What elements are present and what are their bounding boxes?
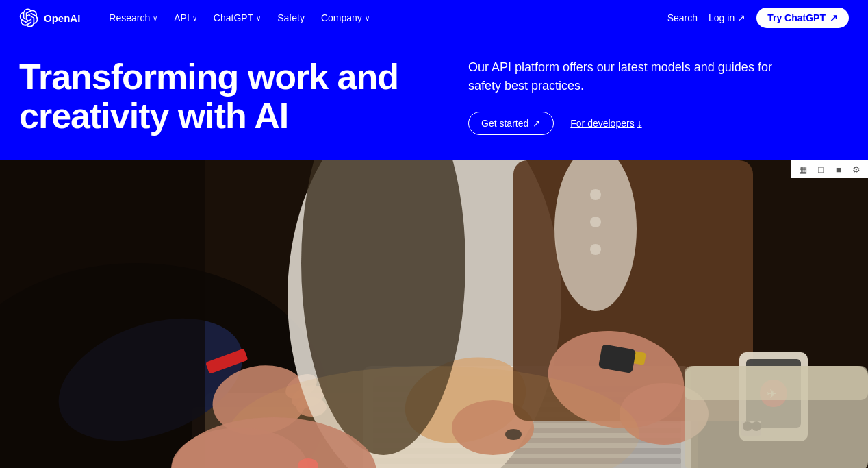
nav-chatgpt[interactable]: ChatGPT ∨ bbox=[207, 8, 268, 27]
hero-title: Transforming work and creativity with AI bbox=[19, 58, 427, 136]
nav-right: Search Log in ↗ Try ChatGPT ↗ bbox=[667, 8, 849, 28]
openai-logo-icon bbox=[19, 8, 38, 27]
svg-point-30 bbox=[590, 217, 601, 227]
login-link[interactable]: Log in ↗ bbox=[709, 12, 745, 23]
company-chevron-icon: ∨ bbox=[365, 14, 370, 22]
toolbar-icon-1[interactable]: ▦ bbox=[797, 163, 809, 175]
svg-point-31 bbox=[590, 244, 601, 255]
nav-company[interactable]: Company ∨ bbox=[314, 8, 376, 27]
hero-buttons: Get started ↗ For developers ↓ bbox=[468, 112, 849, 135]
for-developers-button[interactable]: For developers ↓ bbox=[570, 118, 641, 129]
hero-left: Transforming work and creativity with AI bbox=[19, 58, 427, 136]
hero-image: ✈ bbox=[0, 160, 868, 468]
nav-api[interactable]: API ∨ bbox=[167, 8, 204, 27]
brand-logo[interactable]: OpenAI bbox=[19, 8, 80, 27]
nav-links: Research ∨ API ∨ ChatGPT ∨ Safety Compan… bbox=[102, 8, 667, 27]
get-started-arrow-icon: ↗ bbox=[533, 118, 541, 129]
image-section: ▦ □ ■ ⚙ bbox=[0, 160, 868, 468]
hero-section: Transforming work and creativity with AI… bbox=[0, 36, 868, 160]
toolbar-icon-2[interactable]: □ bbox=[815, 163, 827, 175]
try-chatgpt-button[interactable]: Try ChatGPT ↗ bbox=[756, 8, 849, 28]
research-chevron-icon: ∨ bbox=[153, 14, 157, 22]
hero-description: Our API platform offers our latest model… bbox=[468, 58, 797, 95]
toolbar-icon-3[interactable]: ■ bbox=[832, 163, 845, 175]
login-arrow-icon: ↗ bbox=[737, 12, 745, 23]
navbar: OpenAI Research ∨ API ∨ ChatGPT ∨ Safety… bbox=[0, 0, 868, 36]
svg-rect-45 bbox=[0, 160, 205, 468]
svg-rect-44 bbox=[685, 366, 868, 400]
search-button[interactable]: Search bbox=[667, 12, 698, 23]
try-arrow-icon: ↗ bbox=[830, 12, 838, 23]
toolbar-settings-icon[interactable]: ⚙ bbox=[850, 163, 863, 175]
nav-research[interactable]: Research ∨ bbox=[102, 8, 164, 27]
get-started-button[interactable]: Get started ↗ bbox=[468, 112, 554, 135]
brand-name: OpenAI bbox=[44, 12, 80, 24]
for-devs-arrow-icon: ↓ bbox=[637, 118, 642, 129]
hero-right: Our API platform offers our latest model… bbox=[441, 58, 849, 135]
svg-point-29 bbox=[590, 189, 601, 200]
api-chevron-icon: ∨ bbox=[192, 14, 197, 22]
chatgpt-chevron-icon: ∨ bbox=[256, 14, 261, 22]
scene-illustration: ✈ bbox=[0, 160, 868, 468]
image-toolbar: ▦ □ ■ ⚙ bbox=[791, 160, 868, 178]
nav-safety[interactable]: Safety bbox=[270, 8, 311, 27]
